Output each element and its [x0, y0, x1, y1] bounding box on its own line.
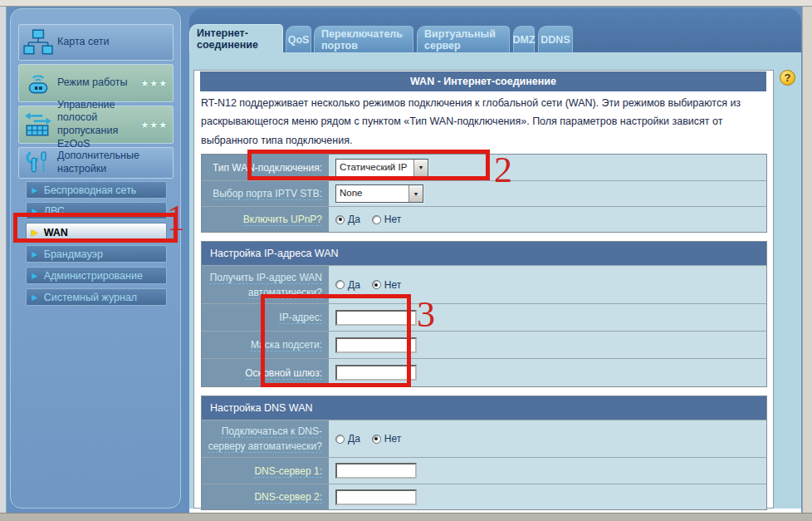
sidebar: Карта сети Режим работы ★★★ — [10, 8, 181, 509]
tab-label: DDNS — [541, 34, 570, 46]
network-map-icon — [19, 29, 57, 56]
rating-stars-icon: ★★★ — [140, 120, 168, 130]
sidebar-item-label: Дополнительные настройки — [57, 150, 157, 175]
radio-label: Да — [348, 214, 360, 225]
arrow-icon: ▶ — [32, 271, 38, 280]
subnet-mask-row: Маска подсети: — [202, 331, 766, 358]
sidebar-item-firewall[interactable]: ▶ Брандмауэр — [26, 245, 167, 263]
general-settings-table: Тип WAN-подключения: Статический IP ▼ Вы… — [201, 154, 767, 233]
dns-auto-row: Подключаться к DNS-серверу автоматически… — [202, 420, 766, 457]
sidebar-item-wireless[interactable]: ▶ Беспроводная сеть — [26, 181, 167, 199]
wan-type-row: Тип WAN-подключения: Статический IP ▼ — [202, 155, 766, 180]
sidebar-item-administration[interactable]: ▶ Администрирование — [26, 267, 167, 284]
dns2-input[interactable] — [335, 489, 417, 505]
wan-ip-settings-table: Настройка IP-адреса WAN Получить IP-адре… — [201, 241, 767, 387]
radio-label: Да — [348, 433, 360, 445]
arrow-icon: ▶ — [32, 228, 38, 237]
window-frame-bottom — [0, 513, 812, 521]
ip-address-input[interactable] — [335, 310, 417, 326]
sidebar-item-ezqos[interactable]: Управление полосой пропускания EzQoS ★★★ — [18, 106, 174, 144]
radio-icon — [372, 215, 381, 224]
section-header: Настройка IP-адреса WAN — [202, 242, 766, 265]
dns-auto-no-radio[interactable]: Нет — [372, 433, 401, 445]
tab-label: Интернет-соединение — [197, 27, 276, 51]
sidebar-item-label: Карта сети — [57, 36, 109, 49]
arrow-icon: ▶ — [32, 185, 38, 194]
arrow-icon: ▶ — [32, 206, 38, 215]
page-title: WAN - Интернет-соединение — [200, 71, 766, 91]
iptv-port-select[interactable]: None ▼ — [335, 184, 423, 203]
sidebar-item-system-log[interactable]: ▶ Системный журнал — [26, 288, 167, 306]
sidebar-item-advanced-settings[interactable]: Дополнительные настройки — [18, 147, 174, 179]
dns2-label[interactable]: DNS-сервер 2: — [254, 489, 322, 504]
iptv-port-value: None — [336, 185, 408, 202]
ip-auto-no-radio[interactable]: Нет — [372, 279, 401, 291]
dns-auto-label[interactable]: Подключаться к DNS-серверу автоматически… — [205, 424, 322, 454]
radio-icon — [372, 435, 381, 444]
upnp-row: Включить UPnP? Да Нет — [202, 206, 766, 232]
operation-mode-icon — [19, 70, 57, 96]
window-scrollbar-area[interactable] — [802, 7, 812, 513]
bandwidth-icon — [19, 111, 57, 138]
arrow-icon: ▶ — [32, 292, 38, 302]
tab-label: Виртуальный сервер — [424, 28, 502, 52]
subnet-mask-input[interactable] — [335, 337, 417, 353]
gateway-row: Основной шлюз: — [202, 358, 766, 386]
dns1-label[interactable]: DNS-сервер 1: — [254, 464, 322, 479]
page-description: RT-N12 поддерживает несколько режимов по… — [201, 94, 767, 150]
radio-label: Нет — [384, 214, 401, 225]
ip-address-label[interactable]: IP-адрес: — [279, 310, 322, 325]
tab-port-trigger[interactable]: Переключатель портов — [314, 26, 413, 52]
upnp-label[interactable]: Включить UPnP? — [243, 212, 322, 227]
dns2-row: DNS-сервер 2: — [202, 484, 766, 509]
tab-dmz[interactable]: DMZ — [513, 26, 535, 52]
radio-label: Нет — [384, 279, 401, 291]
subnet-mask-label[interactable]: Маска подсети: — [251, 337, 322, 352]
tab-virtual-server[interactable]: Виртуальный сервер — [417, 26, 510, 52]
sidebar-item-lan[interactable]: ▶ ЛВС — [26, 202, 167, 219]
gateway-input[interactable] — [335, 365, 417, 381]
iptv-port-label[interactable]: Выбор порта IPTV STB: — [213, 186, 322, 201]
radio-icon — [335, 215, 345, 224]
arrow-icon: ▶ — [32, 249, 38, 258]
dns1-row: DNS-сервер 1: — [202, 457, 766, 484]
sidebar-item-label: ЛВС — [44, 205, 65, 217]
help-icon[interactable]: ? — [780, 70, 795, 86]
rating-stars-icon: ★★★ — [140, 78, 168, 89]
radio-label: Нет — [384, 433, 401, 445]
wan-dns-settings-table: Настройка DNS WAN Подключаться к DNS-сер… — [201, 396, 767, 510]
gateway-label[interactable]: Основной шлюз: — [245, 366, 322, 381]
sidebar-item-label: Режим работы — [57, 76, 127, 90]
dns1-input[interactable] — [335, 463, 417, 479]
wan-type-value: Статический IP — [336, 160, 413, 176]
sidebar-item-network-map[interactable]: Карта сети — [18, 24, 174, 61]
tab-label: QoS — [288, 34, 310, 46]
upnp-no-radio[interactable]: Нет — [372, 214, 401, 225]
tab-ddns[interactable]: DDNS — [538, 26, 573, 52]
radio-label: Да — [348, 279, 360, 291]
ip-auto-label[interactable]: Получить IP-адрес WAN автоматически? — [205, 270, 322, 300]
tab-qos[interactable]: QoS — [286, 26, 311, 52]
ip-auto-row: Получить IP-адрес WAN автоматически? Да … — [202, 265, 766, 303]
sidebar-item-label: Администрирование — [44, 270, 143, 282]
upnp-yes-radio[interactable]: Да — [335, 214, 360, 225]
wan-type-label[interactable]: Тип WAN-подключения: — [213, 160, 322, 175]
chevron-down-icon: ▼ — [413, 160, 428, 176]
dns-auto-yes-radio[interactable]: Да — [335, 433, 360, 445]
sidebar-item-label: Управление полосой пропускания EzQoS — [57, 99, 137, 151]
wrench-icon — [19, 150, 57, 176]
ip-auto-yes-radio[interactable]: Да — [335, 279, 360, 291]
tab-internet-connection[interactable]: Интернет-соединение — [189, 24, 283, 52]
sidebar-item-wan[interactable]: ▶ WAN — [26, 223, 167, 242]
ip-address-row: IP-адрес: — [202, 303, 766, 331]
chevron-down-icon: ▼ — [408, 185, 423, 202]
sidebar-item-operation-mode[interactable]: Режим работы ★★★ — [18, 64, 174, 102]
sidebar-item-label: WAN — [44, 227, 68, 238]
radio-icon — [372, 280, 381, 289]
section-header: Настройка DNS WAN — [202, 396, 766, 420]
wan-type-select[interactable]: Статический IP ▼ — [335, 159, 428, 177]
iptv-port-row: Выбор порта IPTV STB: None ▼ — [202, 180, 766, 206]
window-frame-left — [0, 7, 7, 513]
sidebar-item-label: Брандмауэр — [44, 248, 103, 260]
sidebar-item-label: Беспроводная сеть — [44, 184, 137, 196]
